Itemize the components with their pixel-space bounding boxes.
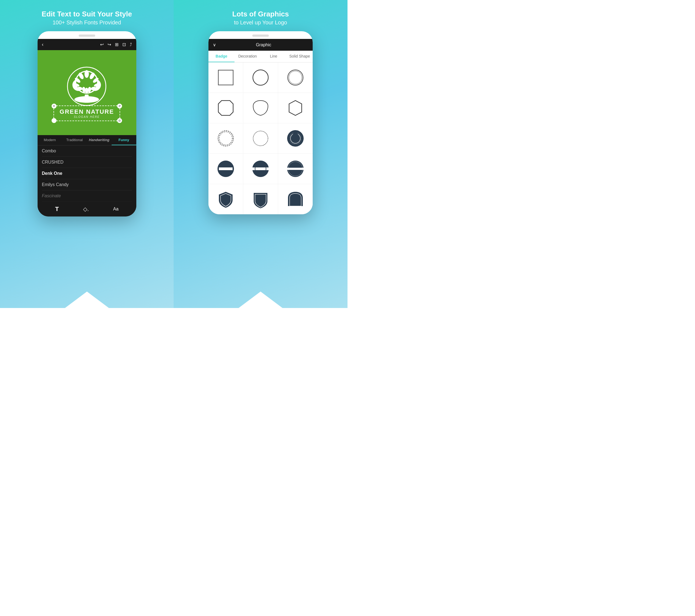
left-subtitle: 100+ Stylish Fonts Provided bbox=[42, 19, 132, 26]
phone-right: ∨ Graphic Badge Decoration Line Solid Sh… bbox=[208, 31, 313, 214]
arch-icon bbox=[286, 190, 305, 209]
handle-tl[interactable]: ✕ bbox=[52, 104, 56, 108]
tree-svg bbox=[66, 65, 107, 108]
shield1-icon bbox=[216, 190, 235, 209]
svg-marker-24 bbox=[289, 101, 302, 116]
tab-line[interactable]: Line bbox=[260, 51, 287, 62]
svg-point-7 bbox=[84, 70, 89, 78]
back-icon[interactable]: ‹ bbox=[42, 42, 44, 48]
shape-octagon[interactable] bbox=[208, 93, 243, 123]
shape-circle2[interactable] bbox=[278, 63, 313, 93]
shape-rope-circle[interactable] bbox=[208, 123, 243, 154]
left-panel-header: Edit Text to Suit Your Style 100+ Stylis… bbox=[42, 10, 132, 26]
svg-point-2 bbox=[74, 96, 99, 103]
font-item-combo[interactable]: Combo bbox=[42, 145, 132, 157]
svg-point-26 bbox=[219, 132, 232, 145]
fill-icon[interactable]: ◇. bbox=[83, 206, 89, 212]
undo-icon[interactable]: ↩ bbox=[100, 42, 104, 47]
svg-rect-33 bbox=[219, 168, 233, 170]
octagon-icon bbox=[216, 99, 235, 118]
chevron-down-icon[interactable]: ∨ bbox=[213, 42, 216, 48]
shape-dark-badge3[interactable] bbox=[278, 154, 313, 184]
tab-funny[interactable]: Funny bbox=[112, 135, 136, 145]
export-icon[interactable]: ⤴ bbox=[130, 42, 132, 47]
dark-badge2-icon bbox=[251, 159, 270, 178]
shape-dark-badge1[interactable] bbox=[208, 154, 243, 184]
shape-square[interactable] bbox=[208, 63, 243, 93]
phone-canvas: ✕ ↺ ⊡ GREEN NATURE SLOGAN HERE bbox=[38, 50, 136, 135]
handle-tr[interactable]: ↺ bbox=[117, 104, 122, 108]
graphic-tabs: Badge Decoration Line Solid Shape bbox=[208, 51, 313, 63]
svg-point-27 bbox=[253, 131, 268, 146]
phone-screen-left: ‹ ↩ ↪ ⊞ ⊡ ⤴ bbox=[38, 39, 136, 216]
svg-rect-39 bbox=[287, 168, 304, 170]
handle-br[interactable]: ⊡ bbox=[117, 118, 122, 123]
left-title: Edit Text to Suit Your Style bbox=[42, 10, 132, 18]
blob-icon bbox=[251, 99, 270, 118]
shape-gear-badge[interactable] bbox=[278, 123, 313, 154]
right-title: Lots of Graphics bbox=[232, 10, 289, 18]
handle-bl[interactable] bbox=[52, 118, 56, 123]
brand-name: GREEN NATURE bbox=[60, 108, 114, 116]
tab-handwriting[interactable]: Handwriting bbox=[87, 135, 112, 145]
font-size-icon[interactable]: Aa bbox=[113, 207, 119, 212]
rope-circle2-icon bbox=[251, 129, 270, 148]
svg-point-21 bbox=[288, 70, 303, 85]
redo-icon[interactable]: ↪ bbox=[107, 42, 111, 47]
text-icon[interactable]: T bbox=[55, 206, 59, 213]
circle-double-icon bbox=[286, 68, 305, 87]
phone-left: ‹ ↩ ↪ ⊞ ⊡ ⤴ bbox=[38, 31, 136, 216]
font-list: Combo CRUSHED Denk One Emilys Candy Fasc… bbox=[38, 145, 136, 202]
circle-thin-icon bbox=[251, 68, 270, 87]
right-panel-header: Lots of Graphics to Level up Your Logo bbox=[232, 10, 289, 26]
hexagon-icon bbox=[286, 99, 305, 118]
dark-badge3-icon bbox=[286, 159, 305, 178]
dark-badge1-icon bbox=[216, 159, 235, 178]
shape-blob[interactable] bbox=[243, 93, 278, 123]
svg-point-20 bbox=[253, 70, 268, 85]
phone-screen-right: ∨ Graphic Badge Decoration Line Solid Sh… bbox=[208, 39, 313, 214]
svg-rect-19 bbox=[218, 70, 233, 85]
tab-solid-shape[interactable]: Solid Shape bbox=[287, 51, 313, 62]
shapes-grid bbox=[208, 63, 313, 214]
left-panel: Edit Text to Suit Your Style 100+ Stylis… bbox=[0, 0, 174, 308]
square-icon bbox=[216, 68, 235, 87]
shape-dark-badge2[interactable] bbox=[243, 154, 278, 184]
layers-icon[interactable]: ⊞ bbox=[115, 42, 118, 47]
shape-rope-circle2[interactable] bbox=[243, 123, 278, 154]
resize-icon[interactable]: ⊡ bbox=[122, 42, 126, 47]
phone-speaker bbox=[79, 35, 95, 37]
rope-circle-icon bbox=[216, 129, 235, 148]
font-item-crushed[interactable]: CRUSHED bbox=[42, 157, 132, 168]
right-panel: Lots of Graphics to Level up Your Logo ∨… bbox=[174, 0, 348, 308]
svg-point-22 bbox=[289, 71, 302, 84]
shape-shield2[interactable] bbox=[243, 184, 278, 214]
shield2-icon bbox=[251, 190, 270, 209]
tab-badge[interactable]: Badge bbox=[208, 51, 235, 62]
slogan-text: SLOGAN HERE bbox=[60, 116, 114, 118]
shape-hexagon[interactable] bbox=[278, 93, 313, 123]
shape-arch[interactable] bbox=[278, 184, 313, 214]
phone-speaker-right bbox=[252, 35, 269, 37]
svg-marker-23 bbox=[218, 101, 233, 116]
font-item-denkone[interactable]: Denk One bbox=[42, 168, 132, 179]
topbar-icons: ↩ ↪ ⊞ ⊡ ⤴ bbox=[100, 42, 132, 47]
graphic-title: Graphic bbox=[219, 42, 308, 48]
shape-shield1[interactable] bbox=[208, 184, 243, 214]
svg-point-25 bbox=[218, 131, 233, 146]
tree-container: ✕ ↺ ⊡ GREEN NATURE SLOGAN HERE bbox=[53, 65, 120, 121]
font-item-fascinate[interactable]: Fascinate bbox=[42, 191, 132, 202]
right-subtitle: to Level up Your Logo bbox=[232, 19, 289, 26]
phone-bottom-toolbar: T ◇. Aa bbox=[38, 202, 136, 216]
svg-point-18 bbox=[85, 88, 88, 93]
logo-text-box[interactable]: ✕ ↺ ⊡ GREEN NATURE SLOGAN HERE bbox=[53, 106, 120, 121]
tab-traditional[interactable]: Traditional bbox=[62, 135, 87, 145]
phone-topbar: ‹ ↩ ↪ ⊞ ⊡ ⤴ bbox=[38, 39, 136, 50]
shape-circle1[interactable] bbox=[243, 63, 278, 93]
tab-modern[interactable]: Modern bbox=[38, 135, 62, 145]
tab-decoration[interactable]: Decoration bbox=[235, 51, 260, 62]
graphic-topbar: ∨ Graphic bbox=[208, 39, 313, 51]
font-item-emilys[interactable]: Emilys Candy bbox=[42, 179, 132, 191]
gear-badge-icon bbox=[286, 129, 305, 148]
font-tabs: Modern Traditional Handwriting Funny bbox=[38, 135, 136, 145]
